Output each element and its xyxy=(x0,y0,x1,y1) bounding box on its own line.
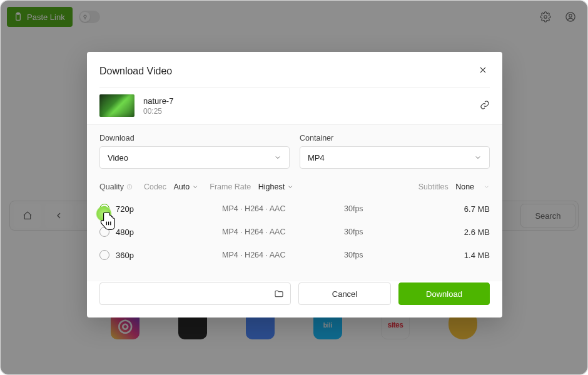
quality-format: MP4 · H264 · AAC xyxy=(222,204,332,213)
quality-size: 6.7 MB xyxy=(394,204,490,214)
download-modal: Download Video nature-7 00:25 Download V… xyxy=(87,52,502,318)
container-label: Container xyxy=(300,134,490,142)
chevron-down-icon xyxy=(274,154,281,161)
download-button[interactable]: Download xyxy=(398,282,490,305)
quality-size: 1.4 MB xyxy=(394,251,490,260)
svg-point-10 xyxy=(129,186,130,186)
quality-fps: 30fps xyxy=(332,251,394,259)
quality-radio[interactable] xyxy=(99,204,109,214)
video-info-row: nature-7 00:25 xyxy=(87,88,502,124)
cancel-button[interactable]: Cancel xyxy=(298,282,391,305)
codec-filter[interactable]: Codec Auto xyxy=(144,182,198,191)
quality-fps: 30fps xyxy=(332,228,394,236)
quality-row[interactable]: 360p MP4 · H264 · AAC 30fps 1.4 MB xyxy=(99,243,490,266)
quality-fps: 30fps xyxy=(332,204,394,213)
modal-title: Download Video xyxy=(99,66,172,77)
quality-format: MP4 · H264 · AAC xyxy=(222,251,332,259)
chevron-down-icon xyxy=(287,184,293,190)
video-name: nature-7 xyxy=(143,96,471,106)
chevron-down-icon xyxy=(474,154,482,161)
quality-res: 360p xyxy=(116,251,222,260)
link-icon xyxy=(480,100,490,110)
quality-row[interactable]: 480p MP4 · H264 · AAC 30fps 2.6 MB xyxy=(99,220,490,243)
container-value: MP4 xyxy=(308,153,325,162)
download-type-label: Download xyxy=(99,134,290,142)
close-button[interactable] xyxy=(476,63,490,79)
close-icon xyxy=(479,66,487,74)
chevron-down-icon xyxy=(192,184,198,190)
copy-link-button[interactable] xyxy=(480,100,490,112)
video-thumbnail xyxy=(99,94,134,117)
save-path-input[interactable] xyxy=(99,282,291,305)
subtitles-filter[interactable]: Subtitles None xyxy=(418,182,490,191)
quality-radio[interactable] xyxy=(99,250,109,260)
download-type-select[interactable]: Video xyxy=(99,146,290,169)
video-duration: 00:25 xyxy=(143,107,471,116)
quality-row[interactable]: 720p MP4 · H264 · AAC 30fps 6.7 MB xyxy=(99,198,490,220)
chevron-down-icon xyxy=(484,184,490,190)
folder-icon xyxy=(274,289,284,299)
quality-radio[interactable] xyxy=(99,227,109,237)
framerate-filter[interactable]: Frame Rate Highest xyxy=(210,182,293,191)
download-type-value: Video xyxy=(108,153,128,162)
quality-size: 2.6 MB xyxy=(394,228,490,237)
quality-header: Quality xyxy=(99,182,133,191)
container-select[interactable]: MP4 xyxy=(300,146,490,169)
quality-res: 480p xyxy=(116,228,222,237)
quality-list: 720p MP4 · H264 · AAC 30fps 6.7 MB 480p … xyxy=(87,194,502,281)
quality-res: 720p xyxy=(116,204,222,214)
info-icon xyxy=(126,184,133,190)
quality-format: MP4 · H264 · AAC xyxy=(222,228,332,236)
